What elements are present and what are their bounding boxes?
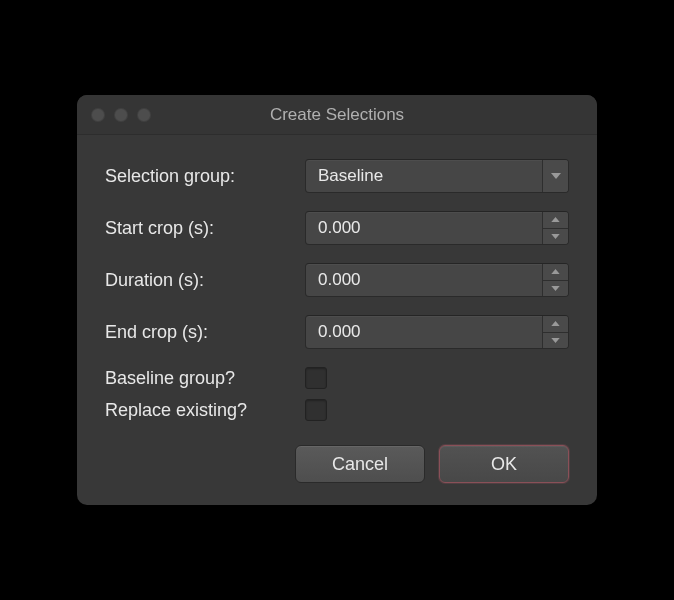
end-crop-step-up[interactable] bbox=[543, 316, 568, 333]
zoom-window-button[interactable] bbox=[137, 108, 151, 122]
replace-existing-checkbox[interactable] bbox=[305, 399, 327, 421]
end-crop-value: 0.000 bbox=[306, 322, 542, 342]
end-crop-step-down[interactable] bbox=[543, 333, 568, 349]
titlebar: Create Selections bbox=[77, 95, 597, 135]
selection-group-row: Selection group: Baseline bbox=[105, 159, 569, 193]
replace-existing-label: Replace existing? bbox=[105, 400, 305, 421]
duration-step-down[interactable] bbox=[543, 281, 568, 297]
selection-group-dropdown[interactable]: Baseline bbox=[305, 159, 569, 193]
duration-input[interactable]: 0.000 bbox=[305, 263, 569, 297]
close-window-button[interactable] bbox=[91, 108, 105, 122]
selection-group-value: Baseline bbox=[306, 166, 542, 186]
window-title: Create Selections bbox=[77, 105, 597, 125]
cancel-button[interactable]: Cancel bbox=[295, 445, 425, 483]
duration-step-up[interactable] bbox=[543, 264, 568, 281]
end-crop-label: End crop (s): bbox=[105, 322, 305, 343]
end-crop-input[interactable]: 0.000 bbox=[305, 315, 569, 349]
dialog-content: Selection group: Baseline Start crop (s)… bbox=[77, 135, 597, 505]
start-crop-row: Start crop (s): 0.000 bbox=[105, 211, 569, 245]
start-crop-step-down[interactable] bbox=[543, 229, 568, 245]
start-crop-label: Start crop (s): bbox=[105, 218, 305, 239]
minimize-window-button[interactable] bbox=[114, 108, 128, 122]
start-crop-input[interactable]: 0.000 bbox=[305, 211, 569, 245]
start-crop-step-up[interactable] bbox=[543, 212, 568, 229]
ok-button[interactable]: OK bbox=[439, 445, 569, 483]
baseline-group-row: Baseline group? bbox=[105, 367, 569, 389]
duration-stepper bbox=[542, 264, 568, 296]
start-crop-value: 0.000 bbox=[306, 218, 542, 238]
baseline-group-checkbox[interactable] bbox=[305, 367, 327, 389]
end-crop-row: End crop (s): 0.000 bbox=[105, 315, 569, 349]
baseline-group-label: Baseline group? bbox=[105, 368, 305, 389]
end-crop-stepper bbox=[542, 316, 568, 348]
selection-group-label: Selection group: bbox=[105, 166, 305, 187]
create-selections-dialog: Create Selections Selection group: Basel… bbox=[77, 95, 597, 505]
duration-row: Duration (s): 0.000 bbox=[105, 263, 569, 297]
duration-value: 0.000 bbox=[306, 270, 542, 290]
dialog-buttons: Cancel OK bbox=[105, 445, 569, 483]
start-crop-stepper bbox=[542, 212, 568, 244]
replace-existing-row: Replace existing? bbox=[105, 399, 569, 421]
duration-label: Duration (s): bbox=[105, 270, 305, 291]
window-controls bbox=[77, 108, 151, 122]
chevron-down-icon bbox=[542, 160, 568, 192]
